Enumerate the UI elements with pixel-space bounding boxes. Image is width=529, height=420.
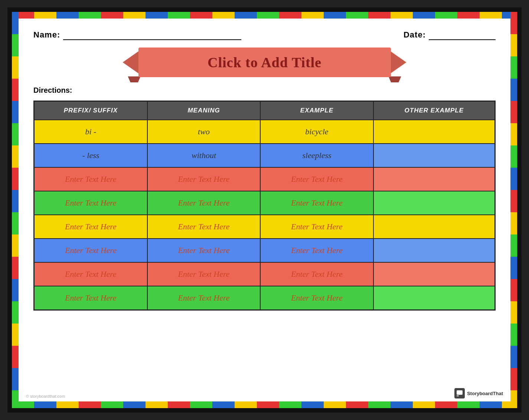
border-top: [12, 12, 517, 19]
table-cell-7-1[interactable]: Enter Text Here: [147, 286, 260, 310]
table-row[interactable]: bi -twobicycle: [34, 120, 495, 144]
table-cell-6-3[interactable]: [373, 262, 495, 286]
table-header-row: PREFIX/ SUFFIX MEANING EXAMPLE OTHER EXA…: [34, 101, 495, 120]
date-label: Date:: [404, 30, 426, 40]
footer: StoryboardThat: [454, 388, 503, 398]
table-cell-2-0[interactable]: Enter Text Here: [34, 167, 147, 191]
table-cell-5-1[interactable]: Enter Text Here: [147, 239, 260, 262]
banner-title[interactable]: Click to Add Title: [208, 54, 321, 70]
border-bottom: [12, 401, 517, 408]
border-left: [12, 12, 19, 408]
prefix-table: PREFIX/ SUFFIX MEANING EXAMPLE OTHER EXA…: [33, 101, 496, 311]
table-row[interactable]: Enter Text HereEnter Text HereEnter Text…: [34, 239, 495, 262]
table-cell-1-2[interactable]: sleepless: [260, 144, 373, 167]
storyboard-logo-text: StoryboardThat: [467, 391, 503, 396]
table-cell-7-0[interactable]: Enter Text Here: [34, 286, 147, 310]
storyboard-icon-svg: [456, 390, 463, 397]
table-cell-3-1[interactable]: Enter Text Here: [147, 191, 260, 215]
table-cell-6-1[interactable]: Enter Text Here: [147, 262, 260, 286]
col-header-example: EXAMPLE: [260, 101, 373, 120]
table-cell-0-3[interactable]: [373, 120, 495, 144]
table-row[interactable]: - lesswithoutsleepless: [34, 144, 495, 167]
table-cell-4-0[interactable]: Enter Text Here: [34, 215, 147, 239]
header-row: Name: Date:: [33, 30, 496, 40]
table-cell-3-3[interactable]: [373, 191, 495, 215]
table-cell-0-1[interactable]: two: [147, 120, 260, 144]
svg-rect-0: [457, 390, 463, 395]
watermark-text: © storyboardthat.com: [26, 394, 65, 398]
table-cell-3-0[interactable]: Enter Text Here: [34, 191, 147, 215]
table-cell-2-2[interactable]: Enter Text Here: [260, 167, 373, 191]
date-line: [429, 30, 496, 40]
banner-fold-right: [389, 76, 401, 82]
table-cell-0-0[interactable]: bi -: [34, 120, 147, 144]
name-line: [63, 30, 241, 40]
col-header-other-example: OTHER EXAMPLE: [373, 101, 495, 120]
table-cell-6-0[interactable]: Enter Text Here: [34, 262, 147, 286]
table-cell-7-3[interactable]: [373, 286, 495, 310]
table-cell-5-0[interactable]: Enter Text Here: [34, 239, 147, 262]
page-wrapper: Name: Date: Click to Add Title Direction…: [7, 7, 522, 413]
table-cell-6-2[interactable]: Enter Text Here: [260, 262, 373, 286]
table-cell-1-1[interactable]: without: [147, 144, 260, 167]
table-cell-5-3[interactable]: [373, 239, 495, 262]
table-row[interactable]: Enter Text HereEnter Text HereEnter Text…: [34, 167, 495, 191]
page-content: Name: Date: Click to Add Title Direction…: [19, 19, 510, 401]
table-cell-0-2[interactable]: bicycle: [260, 120, 373, 144]
table-cell-4-2[interactable]: Enter Text Here: [260, 215, 373, 239]
title-banner-wrapper[interactable]: Click to Add Title: [33, 47, 496, 77]
banner-fold-left: [128, 76, 141, 82]
table-row[interactable]: Enter Text HereEnter Text HereEnter Text…: [34, 215, 495, 239]
border-right: [510, 12, 517, 408]
storyboard-logo-icon: [454, 388, 465, 398]
table-cell-1-0[interactable]: - less: [34, 144, 147, 167]
table-cell-2-1[interactable]: Enter Text Here: [147, 167, 260, 191]
table-cell-4-1[interactable]: Enter Text Here: [147, 215, 260, 239]
table-cell-1-3[interactable]: [373, 144, 495, 167]
table-cell-3-2[interactable]: Enter Text Here: [260, 191, 373, 215]
col-header-meaning: MEANING: [147, 101, 260, 120]
table-cell-2-3[interactable]: [373, 167, 495, 191]
banner-container[interactable]: Click to Add Title: [138, 47, 391, 77]
name-label: Name:: [33, 30, 60, 40]
table-cell-4-3[interactable]: [373, 215, 495, 239]
date-field: Date:: [404, 30, 496, 40]
table-row[interactable]: Enter Text HereEnter Text HereEnter Text…: [34, 286, 495, 310]
table-row[interactable]: Enter Text HereEnter Text HereEnter Text…: [34, 262, 495, 286]
svg-rect-1: [457, 396, 459, 396]
name-field: Name:: [33, 30, 241, 40]
directions-label: Directions:: [33, 86, 496, 95]
table-row[interactable]: Enter Text HereEnter Text HereEnter Text…: [34, 191, 495, 215]
col-header-prefix-suffix: PREFIX/ SUFFIX: [34, 101, 147, 120]
table-cell-7-2[interactable]: Enter Text Here: [260, 286, 373, 310]
table-cell-5-2[interactable]: Enter Text Here: [260, 239, 373, 262]
